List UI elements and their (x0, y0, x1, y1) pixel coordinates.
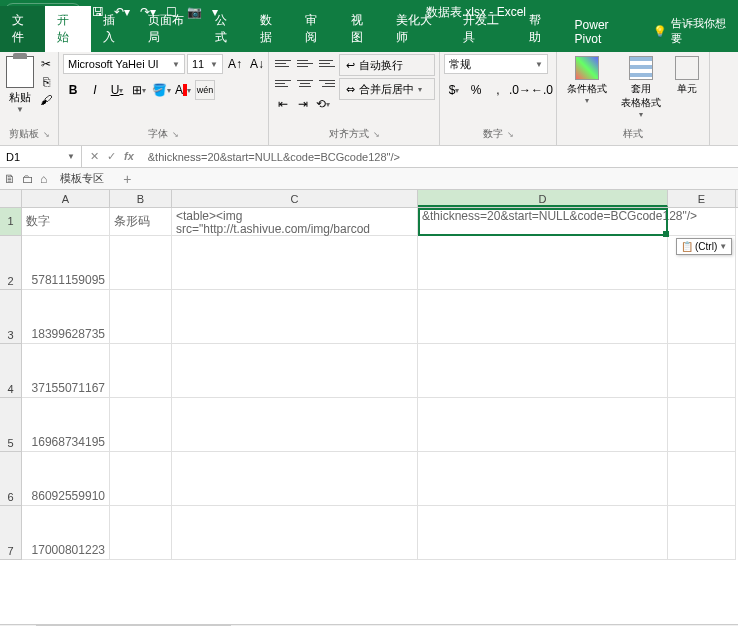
cell-d6[interactable] (418, 452, 668, 506)
add-sub-tab-icon[interactable]: + (117, 171, 137, 187)
cell-b2[interactable] (110, 236, 172, 290)
border-button[interactable]: ⊞▾ (129, 80, 149, 100)
row-header-3[interactable]: 3 (0, 290, 22, 344)
cell-a3[interactable]: 18399628735 (22, 290, 110, 344)
cancel-formula-icon[interactable]: ✕ (90, 150, 99, 163)
enter-formula-icon[interactable]: ✓ (107, 150, 116, 163)
cut-icon[interactable]: ✂ (38, 56, 54, 72)
insert-function-icon[interactable]: fx (124, 150, 134, 163)
align-center-icon[interactable] (295, 74, 315, 92)
font-name-select[interactable]: Microsoft YaHei UI▼ (63, 54, 185, 74)
cell-a4[interactable]: 37155071167 (22, 344, 110, 398)
cell-b6[interactable] (110, 452, 172, 506)
paste-button[interactable]: 粘贴 ▼ (4, 54, 36, 116)
cell-d2[interactable] (418, 236, 668, 290)
tell-me-search[interactable]: 💡 告诉我你想要 (643, 10, 738, 52)
cell-c2[interactable] (172, 236, 418, 290)
row-header-6[interactable]: 6 (0, 452, 22, 506)
cell-a6[interactable]: 86092559910 (22, 452, 110, 506)
align-right-icon[interactable] (317, 74, 337, 92)
col-header-b[interactable]: B (110, 190, 172, 207)
cell-d3[interactable] (418, 290, 668, 344)
tab-beautify[interactable]: 美化大师 (384, 6, 451, 52)
percent-icon[interactable]: % (466, 80, 486, 100)
cell-a2[interactable]: 57811159095 (22, 236, 110, 290)
conditional-format-button[interactable]: 条件格式▾ (561, 54, 613, 107)
align-middle-icon[interactable] (295, 54, 315, 72)
col-header-c[interactable]: C (172, 190, 418, 207)
cell-b3[interactable] (110, 290, 172, 344)
cell-c3[interactable] (172, 290, 418, 344)
formula-input[interactable]: &thickness=20&start=NULL&code=BCGcode128… (142, 151, 738, 163)
cell-e5[interactable] (668, 398, 736, 452)
wrap-text-button[interactable]: ↩ 自动换行 (339, 54, 435, 76)
font-dialog-launcher-icon[interactable]: ↘ (172, 130, 179, 139)
cell-d5[interactable] (418, 398, 668, 452)
cell-b4[interactable] (110, 344, 172, 398)
row-header-2[interactable]: 2 (0, 236, 22, 290)
cell-a5[interactable]: 16968734195 (22, 398, 110, 452)
home-icon[interactable]: ⌂ (40, 172, 47, 186)
format-table-button[interactable]: 套用 表格格式▾ (615, 54, 667, 121)
tab-review[interactable]: 审阅 (293, 6, 338, 52)
cell-b5[interactable] (110, 398, 172, 452)
alignment-dialog-launcher-icon[interactable]: ↘ (373, 130, 380, 139)
folder-icon[interactable]: 🗀 (22, 172, 34, 186)
cell-e6[interactable] (668, 452, 736, 506)
cell-a7[interactable]: 17000801223 (22, 506, 110, 560)
clipboard-dialog-launcher-icon[interactable]: ↘ (43, 130, 50, 139)
paste-options-button[interactable]: 📋 (Ctrl) ▼ (676, 238, 732, 255)
tab-file[interactable]: 文件 (0, 6, 45, 52)
tab-formulas[interactable]: 公式 (203, 6, 248, 52)
tab-view[interactable]: 视图 (339, 6, 384, 52)
font-color-button[interactable]: A▾ (173, 80, 193, 100)
cell-e7[interactable] (668, 506, 736, 560)
col-header-a[interactable]: A (22, 190, 110, 207)
number-format-select[interactable]: 常规▼ (444, 54, 548, 74)
cell-styles-button[interactable]: 单元 (669, 54, 705, 98)
tab-developer[interactable]: 开发工具 (451, 6, 518, 52)
tab-page-layout[interactable]: 页面布局 (136, 6, 203, 52)
bold-button[interactable]: B (63, 80, 83, 100)
cell-c6[interactable] (172, 452, 418, 506)
cell-e3[interactable] (668, 290, 736, 344)
cell-c7[interactable] (172, 506, 418, 560)
font-size-select[interactable]: 11▼ (187, 54, 223, 74)
name-box[interactable]: D1▼ (0, 146, 82, 167)
align-left-icon[interactable] (273, 74, 293, 92)
comma-icon[interactable]: , (488, 80, 508, 100)
italic-button[interactable]: I (85, 80, 105, 100)
cell-b1[interactable]: 条形码 (110, 208, 172, 236)
align-bottom-icon[interactable] (317, 54, 337, 72)
col-header-e[interactable]: E (668, 190, 736, 207)
cell-a1[interactable]: 数字 (22, 208, 110, 236)
cell-d7[interactable] (418, 506, 668, 560)
row-header-1[interactable]: 1 (0, 208, 22, 236)
increase-decimal-icon[interactable]: .0→ (510, 80, 530, 100)
orientation-icon[interactable]: ⟲▾ (313, 94, 333, 114)
spreadsheet-grid[interactable]: A B C D E 1 数字 条形码 2 57811159095 3 18399… (0, 190, 738, 624)
file-icon[interactable]: 🗎 (4, 172, 16, 186)
cell-d4[interactable] (418, 344, 668, 398)
copy-icon[interactable]: ⎘ (38, 74, 54, 90)
row-header-4[interactable]: 4 (0, 344, 22, 398)
tab-insert[interactable]: 插入 (91, 6, 136, 52)
col-header-d[interactable]: D (418, 190, 668, 207)
tab-help[interactable]: 帮助 (517, 6, 562, 52)
number-dialog-launcher-icon[interactable]: ↘ (507, 130, 514, 139)
row-header-7[interactable]: 7 (0, 506, 22, 560)
tab-data[interactable]: 数据 (248, 6, 293, 52)
decrease-indent-icon[interactable]: ⇤ (273, 94, 293, 114)
cell-e4[interactable] (668, 344, 736, 398)
cell-b7[interactable] (110, 506, 172, 560)
underline-button[interactable]: U▾ (107, 80, 127, 100)
row-header-5[interactable]: 5 (0, 398, 22, 452)
align-top-icon[interactable] (273, 54, 293, 72)
select-all-button[interactable] (0, 190, 22, 207)
increase-indent-icon[interactable]: ⇥ (293, 94, 313, 114)
cell-c5[interactable] (172, 398, 418, 452)
tab-power-pivot[interactable]: Power Pivot (563, 12, 644, 52)
currency-icon[interactable]: $▾ (444, 80, 464, 100)
decrease-font-icon[interactable]: A↓ (247, 54, 267, 74)
template-tab[interactable]: 模板专区 (53, 168, 111, 189)
